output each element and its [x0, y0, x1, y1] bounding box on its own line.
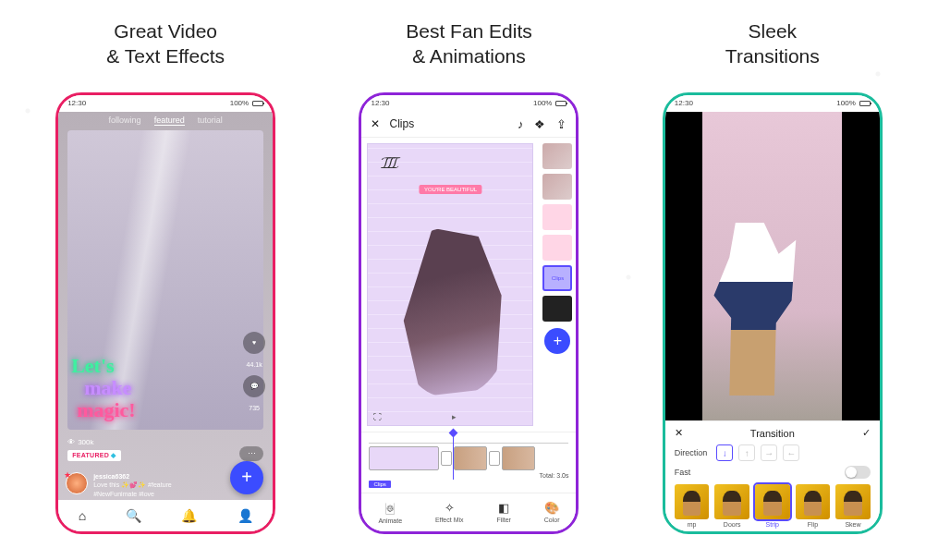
filter-icon: ◧ [498, 501, 509, 515]
status-time: 12:30 [675, 99, 693, 107]
fast-toggle[interactable] [845, 466, 871, 479]
transition-slot[interactable] [441, 451, 452, 466]
canvas-area: 𝓘𝓘𝓘 YOU'RE BEAUTIFUL ⛶ ▸ Clips [361, 138, 576, 432]
tab-home-icon[interactable]: ⌂ [79, 508, 86, 523]
clip[interactable] [369, 446, 439, 470]
layer-thumb[interactable] [542, 204, 572, 230]
compose-fab[interactable]: + [230, 461, 263, 494]
tab-following[interactable]: following [109, 116, 141, 126]
status-battery-pct: 100% [836, 99, 855, 107]
layer-thumb[interactable] [542, 296, 572, 322]
transition-option[interactable]: mp [675, 484, 710, 528]
tab-profile-icon[interactable]: 👤 [238, 508, 253, 523]
direction-right[interactable]: → [761, 444, 777, 461]
add-layer-button[interactable]: + [544, 328, 570, 354]
clip[interactable] [454, 446, 487, 470]
neon-line-3: magic! [77, 399, 136, 421]
view-count-row: 👁 300k [67, 438, 93, 446]
hashtags[interactable]: #NewFunimate #love [93, 490, 172, 498]
transition-slot[interactable] [489, 451, 500, 466]
avatar[interactable]: ★ [66, 472, 88, 494]
timeline-ruler[interactable] [369, 434, 568, 444]
view-count: 300k [78, 438, 93, 446]
status-bar: 12:30 100% [665, 95, 880, 112]
fullscreen-icon[interactable]: ⛶ [373, 412, 382, 421]
comment-button[interactable]: 💬 [243, 375, 265, 397]
editor-toolbar: 🀙Animate ✧Effect Mix ◧Filter 🎨Color [361, 493, 576, 531]
tool-color[interactable]: 🎨Color [544, 501, 560, 523]
preview-subject [713, 223, 799, 396]
transition-option-selected[interactable]: Strip [755, 484, 790, 528]
canvas[interactable]: 𝓘𝓘𝓘 YOU'RE BEAUTIFUL ⛶ ▸ [367, 143, 533, 426]
transition-option[interactable]: Flip [796, 484, 831, 528]
battery-icon [555, 101, 566, 106]
featured-badge: FEATURED ◆ [67, 450, 121, 461]
transition-thumbnails: mp Doors Strip Flip Skew [675, 484, 871, 528]
layer-thumb[interactable] [542, 174, 572, 200]
tool-animate[interactable]: 🀙Animate [378, 501, 402, 524]
eye-icon: 👁 [67, 438, 75, 446]
clips-tag: Clips [369, 481, 390, 488]
battery-icon [859, 101, 871, 106]
panel-confirm-button[interactable]: ✓ [862, 427, 871, 439]
doodle-sticker[interactable]: 𝓘𝓘𝓘 [381, 153, 395, 173]
palette-icon: 🎨 [544, 501, 559, 515]
caption: Love this ✨💕✨ #feature [93, 481, 172, 489]
phone-effects: 12:30 100% following featured tutorial L… [55, 92, 275, 534]
direction-row: Direction ↓ ↑ → ← [675, 444, 871, 461]
transition-preview [665, 112, 880, 420]
panel-title: Transition [683, 428, 862, 439]
tool-filter[interactable]: ◧Filter [496, 501, 511, 523]
bottom-tabbar: ⌂ 🔍 🔔 👤 [58, 500, 273, 531]
editor-header: ✕ Clips ♪ ❖ ⇪ [361, 112, 576, 138]
transition-option[interactable]: Skew [835, 484, 871, 528]
column-edits: Best Fan Edits & Animations 12:30 100% ✕… [331, 18, 606, 534]
direction-down[interactable]: ↓ [716, 444, 733, 461]
direction-up[interactable]: ↑ [738, 444, 755, 461]
side-actions: ♥ 44.1k 💬 735 [243, 332, 265, 411]
neon-line-2: make [84, 377, 136, 399]
editor-title: Clips [389, 117, 414, 130]
layer-thumb-selected[interactable]: Clips [542, 265, 572, 291]
user-row: ★ jessica6362 Love this ✨💕✨ #feature #Ne… [66, 472, 226, 497]
fast-label: Fast [675, 468, 691, 477]
clip[interactable] [502, 446, 535, 470]
comment-count: 735 [249, 405, 260, 411]
tab-tutorial[interactable]: tutorial [198, 116, 223, 126]
subject-cutout[interactable] [398, 228, 514, 396]
layer-thumb[interactable] [542, 235, 572, 261]
status-bar: 12:30 100% [58, 95, 273, 112]
timeline: Total: 3.0s Clips [361, 432, 576, 493]
tab-featured[interactable]: featured [154, 116, 185, 126]
more-button[interactable]: ⋯ [239, 446, 263, 461]
tab-notifications-icon[interactable]: 🔔 [181, 508, 197, 523]
fast-row: Fast [675, 466, 871, 479]
status-time: 12:30 [67, 99, 86, 107]
share-icon[interactable]: ⇪ [556, 117, 566, 131]
battery-icon [252, 101, 263, 106]
heading-edits: Best Fan Edits & Animations [406, 18, 532, 69]
like-button[interactable]: ♥ [243, 332, 265, 354]
heading-transitions: Sleek Transitions [725, 18, 820, 69]
layer-thumb[interactable] [542, 143, 572, 169]
username[interactable]: jessica6362 [93, 472, 172, 481]
layers-icon[interactable]: ❖ [534, 117, 545, 131]
panel-close-button[interactable]: ✕ [675, 427, 683, 439]
animate-icon: 🀙 [385, 501, 395, 516]
tab-search-icon[interactable]: 🔍 [126, 508, 141, 523]
tool-effect-mix[interactable]: ✧Effect Mix [435, 501, 464, 523]
transition-option[interactable]: Doors [714, 484, 749, 528]
overlay-label[interactable]: YOU'RE BEAUTIFUL [420, 185, 481, 194]
play-icon[interactable]: ▸ [452, 412, 457, 421]
preview-frame [702, 112, 842, 420]
direction-left[interactable]: ← [783, 444, 799, 461]
status-bar: 12:30 100% [361, 95, 576, 112]
status-battery-pct: 100% [533, 99, 552, 107]
neon-line-1: Let's [71, 355, 136, 377]
music-icon[interactable]: ♪ [518, 117, 524, 131]
direction-label: Direction [675, 448, 708, 457]
close-button[interactable]: ✕ [371, 117, 380, 130]
like-count: 44.1k [247, 361, 262, 368]
video-feed: following featured tutorial Let's make m… [58, 112, 273, 531]
gem-icon: ◆ [111, 452, 116, 458]
